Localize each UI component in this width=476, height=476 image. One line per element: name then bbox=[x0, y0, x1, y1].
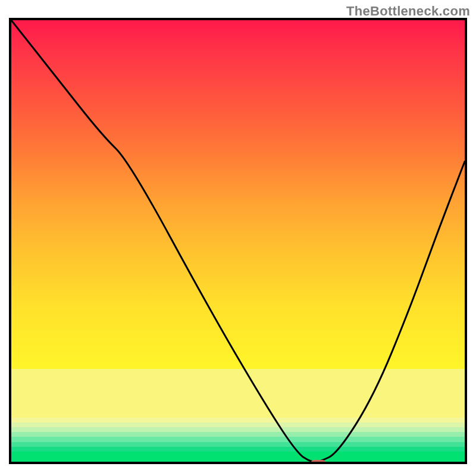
watermark-label: TheBottleneck.com bbox=[346, 4, 470, 19]
plot-area bbox=[9, 18, 467, 464]
curve-line bbox=[11, 20, 465, 462]
curve-path bbox=[11, 20, 465, 462]
optimal-point-marker bbox=[311, 460, 326, 464]
bottleneck-chart: TheBottleneck.com bbox=[0, 0, 476, 476]
